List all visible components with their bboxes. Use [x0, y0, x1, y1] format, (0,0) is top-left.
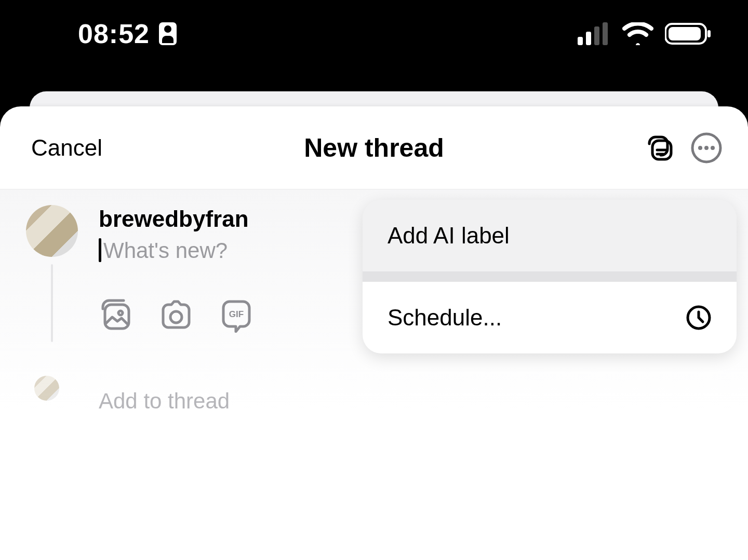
- svg-rect-0: [578, 37, 583, 45]
- text-cursor: [99, 238, 101, 262]
- menu-item-label: Add AI label: [388, 223, 510, 249]
- thread-connector-line: [51, 264, 53, 342]
- svg-point-15: [118, 311, 123, 315]
- menu-item-label: Schedule...: [388, 305, 502, 331]
- more-options-menu: Add AI label Schedule...: [363, 200, 737, 353]
- status-time: 08:52: [78, 18, 150, 49]
- more-options-button[interactable]: [691, 132, 722, 163]
- avatar-small: [34, 376, 59, 401]
- compose-sheet: Cancel New thread: [0, 106, 748, 560]
- menu-separator: [363, 271, 737, 282]
- camera-icon[interactable]: [159, 298, 193, 333]
- drafts-icon[interactable]: [644, 132, 675, 163]
- svg-point-11: [698, 146, 702, 150]
- menu-item-schedule[interactable]: Schedule...: [363, 282, 737, 353]
- svg-rect-1: [586, 32, 591, 45]
- svg-rect-6: [707, 30, 711, 37]
- status-bar: 08:52: [0, 0, 748, 67]
- portrait-orientation-icon: [159, 22, 177, 45]
- svg-rect-2: [594, 26, 599, 45]
- svg-text:GIF: GIF: [229, 309, 244, 319]
- battery-icon: [665, 22, 712, 45]
- svg-point-13: [711, 146, 715, 150]
- svg-rect-5: [669, 27, 701, 40]
- gallery-icon[interactable]: [99, 298, 133, 333]
- clock-icon: [686, 305, 712, 331]
- svg-point-12: [704, 146, 709, 150]
- sheet-header: Cancel New thread: [0, 106, 748, 189]
- avatar[interactable]: [26, 205, 78, 257]
- svg-point-16: [170, 311, 182, 323]
- cancel-button[interactable]: Cancel: [31, 135, 102, 161]
- gif-icon[interactable]: GIF: [219, 298, 253, 333]
- menu-item-ai-label[interactable]: Add AI label: [363, 200, 737, 271]
- svg-rect-14: [105, 305, 129, 329]
- cell-signal-icon: [578, 22, 611, 45]
- wifi-icon: [622, 22, 653, 45]
- svg-rect-3: [603, 22, 608, 45]
- sheet-title: New thread: [304, 133, 444, 163]
- composer-placeholder: What's new?: [103, 238, 228, 263]
- add-to-thread-button[interactable]: Add to thread: [99, 389, 230, 414]
